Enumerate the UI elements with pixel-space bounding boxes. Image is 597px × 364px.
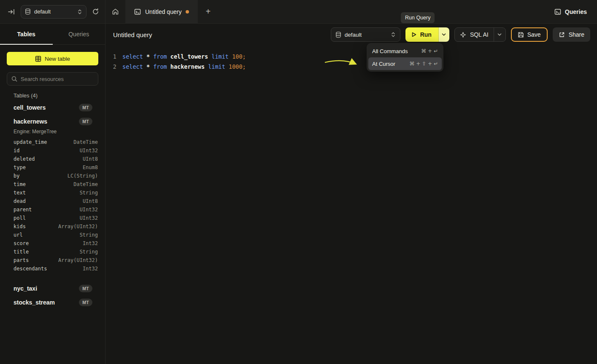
query-header: Untitled query default bbox=[105, 24, 597, 46]
play-icon bbox=[411, 32, 417, 38]
column-row[interactable]: parentUInt32 bbox=[14, 205, 98, 214]
save-label: Save bbox=[527, 31, 541, 38]
column-name: kids bbox=[14, 224, 26, 229]
column-name: score bbox=[14, 240, 29, 246]
search-input[interactable] bbox=[21, 76, 94, 82]
column-row[interactable]: byLC(String) bbox=[14, 172, 98, 180]
save-button[interactable]: Save bbox=[511, 27, 548, 42]
table-row-nyc-taxi[interactable]: nyc_taxi MT bbox=[0, 281, 105, 295]
sql-ai-button[interactable]: SQL AI bbox=[455, 28, 494, 41]
column-type: UInt8 bbox=[83, 198, 98, 204]
main-area: Untitled query default bbox=[105, 24, 597, 364]
engine-badge: MT bbox=[79, 104, 92, 111]
code-token: 1000 bbox=[229, 63, 243, 70]
code-token: ; bbox=[243, 63, 246, 70]
column-row[interactable]: urlString bbox=[14, 231, 98, 239]
database-icon bbox=[335, 32, 341, 38]
run-split-button: Run bbox=[405, 27, 449, 42]
code-token: hackernews bbox=[170, 63, 208, 70]
column-row[interactable]: scoreInt32 bbox=[14, 239, 98, 248]
topbar: default bbox=[0, 0, 597, 24]
code-token: select bbox=[122, 63, 146, 70]
column-row[interactable]: typeEnum8 bbox=[14, 163, 98, 172]
run-label: Run bbox=[420, 31, 432, 38]
new-tab-button[interactable]: + bbox=[198, 0, 218, 23]
column-row[interactable]: descendantsInt32 bbox=[14, 264, 98, 273]
share-button[interactable]: Share bbox=[553, 27, 590, 42]
menu-item-label: At Cursor bbox=[372, 61, 395, 67]
table-row-stocks-stream[interactable]: stocks_stream MT bbox=[0, 295, 105, 309]
column-name: title bbox=[14, 249, 29, 255]
column-type: Array(UInt32) bbox=[58, 257, 98, 263]
tab-untitled-query[interactable]: Untitled query bbox=[126, 0, 198, 23]
column-name: type bbox=[14, 164, 26, 170]
topbar-database-select[interactable]: default bbox=[21, 5, 86, 19]
column-row[interactable]: textString bbox=[14, 189, 98, 197]
column-row[interactable]: deadUInt8 bbox=[14, 197, 98, 205]
table-name: stocks_stream bbox=[14, 299, 55, 306]
code-token: select bbox=[122, 53, 146, 60]
column-list: update_timeDateTimeidUInt32deletedUInt8t… bbox=[0, 137, 105, 276]
column-type: String bbox=[80, 249, 98, 255]
collapse-sidebar-icon[interactable] bbox=[8, 8, 15, 16]
column-row[interactable]: timeDateTime bbox=[14, 180, 98, 189]
code-line[interactable]: 1select * from cell_towers limit 100; bbox=[105, 51, 597, 62]
column-row[interactable]: update_timeDateTime bbox=[14, 138, 98, 146]
topbar-right: Queries bbox=[554, 0, 597, 23]
column-row[interactable]: idUInt32 bbox=[14, 146, 98, 155]
new-table-button[interactable]: New table bbox=[7, 52, 98, 65]
column-name: parent bbox=[14, 207, 32, 213]
run-options-button[interactable] bbox=[438, 27, 449, 42]
line-number: 1 bbox=[105, 53, 116, 60]
tab-home[interactable] bbox=[105, 0, 126, 23]
code-token: limit bbox=[211, 53, 232, 60]
code-line[interactable]: 2select * from hackernews limit 1000; bbox=[105, 62, 597, 72]
code-token: * bbox=[146, 63, 153, 70]
column-type: UInt32 bbox=[80, 207, 98, 213]
queries-button[interactable]: Queries bbox=[554, 8, 587, 15]
table-row-cell-towers[interactable]: cell_towers MT bbox=[0, 100, 105, 114]
share-icon bbox=[559, 32, 565, 38]
sidebar-tab-queries[interactable]: Queries bbox=[53, 24, 105, 44]
column-row[interactable]: titleString bbox=[14, 248, 98, 256]
engine-badge: MT bbox=[79, 285, 92, 292]
save-icon bbox=[518, 32, 524, 38]
sql-ai-label: SQL AI bbox=[470, 31, 489, 38]
sql-editor[interactable]: 1select * from cell_towers limit 100;2se… bbox=[105, 46, 597, 72]
refresh-icon[interactable] bbox=[92, 8, 99, 15]
run-button[interactable]: Run bbox=[405, 27, 438, 42]
column-type: DateTime bbox=[73, 139, 98, 145]
column-name: parts bbox=[14, 257, 29, 263]
search-icon bbox=[11, 76, 17, 82]
column-type: String bbox=[80, 232, 98, 238]
sql-ai-options-button[interactable] bbox=[494, 28, 505, 41]
column-type: UInt8 bbox=[83, 156, 98, 162]
select-chevrons-icon bbox=[77, 9, 82, 15]
column-row[interactable]: deletedUInt8 bbox=[14, 155, 98, 163]
topbar-left: default bbox=[0, 0, 105, 23]
tables-section-label: Tables (4) bbox=[14, 92, 98, 99]
column-type: Enum8 bbox=[83, 164, 98, 170]
table-grid-icon bbox=[35, 56, 41, 62]
column-row[interactable]: kidsArray(UInt32) bbox=[14, 222, 98, 231]
new-table-label: New table bbox=[45, 56, 70, 62]
chevron-down-icon bbox=[441, 32, 446, 37]
header-database-select[interactable]: default bbox=[331, 27, 400, 42]
code-text: select * from cell_towers limit 100; bbox=[122, 53, 246, 60]
run-options-menu: All Commands ⌘ + ↵ At Cursor ⌘ + ⇧ + ↵ bbox=[367, 43, 443, 72]
column-name: url bbox=[14, 232, 23, 238]
sparkle-icon bbox=[460, 32, 466, 38]
line-number: 2 bbox=[105, 63, 116, 70]
table-name: nyc_taxi bbox=[14, 285, 37, 292]
home-icon bbox=[112, 8, 119, 15]
table-name: hackernews bbox=[14, 118, 47, 125]
menu-item-all-commands[interactable]: All Commands ⌘ + ↵ bbox=[368, 45, 442, 57]
run-query-tooltip: Run Query bbox=[401, 12, 435, 23]
sidebar-tab-tables[interactable]: Tables bbox=[0, 24, 53, 44]
engine-badge: MT bbox=[79, 118, 92, 125]
column-row[interactable]: partsArray(UInt32) bbox=[14, 256, 98, 264]
table-row-hackernews[interactable]: hackernews MT bbox=[0, 114, 105, 128]
column-row[interactable]: pollUInt32 bbox=[14, 214, 98, 222]
column-name: by bbox=[14, 173, 19, 179]
menu-item-at-cursor[interactable]: At Cursor ⌘ + ⇧ + ↵ bbox=[368, 57, 442, 70]
